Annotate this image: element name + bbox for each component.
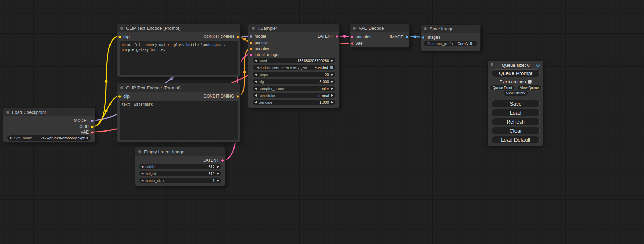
slot-dot-latent-image[interactable]	[249, 53, 253, 56]
node-status-dot	[120, 86, 123, 89]
widget-cfg[interactable]: ◀ cfg 8.000 ▶	[253, 79, 335, 84]
clear-button[interactable]: Clear	[492, 127, 540, 134]
node-title-bar[interactable]: Empty Latent Image	[135, 147, 225, 156]
slot-dot-vae[interactable]	[351, 42, 354, 45]
slot-dot-samples[interactable]	[351, 36, 354, 39]
input-slot-images: images	[422, 35, 440, 40]
increment-arrow-icon[interactable]: ▶	[87, 137, 89, 139]
node-title-bar[interactable]: Save Image	[421, 25, 480, 33]
menu-drag-handle-icon[interactable]: ⠿	[491, 63, 494, 67]
increment-arrow-icon[interactable]: ▶	[331, 94, 333, 97]
widget-ckpt-name[interactable]: ◀ ckpt_name v1-5-pruned-emaonly.ckpt ▶	[7, 135, 91, 141]
slot-dot-conditioning[interactable]	[236, 35, 239, 38]
increment-arrow-icon[interactable]: ▶	[217, 172, 219, 175]
toggle-knob[interactable]	[330, 66, 333, 69]
save-button[interactable]: Save	[492, 100, 540, 107]
increment-arrow-icon[interactable]: ▶	[331, 80, 333, 83]
widget-random-seed-toggle[interactable]: Random seed after every gen enabled	[253, 65, 335, 70]
increment-arrow-icon[interactable]: ▶	[331, 59, 333, 62]
widget-scheduler[interactable]: ◀ scheduler normal ▶	[253, 93, 335, 98]
output-slot-latent: LATENT	[318, 34, 338, 39]
slot-dot-positive[interactable]	[249, 41, 253, 44]
node-save-image[interactable]: Save Image images filename_prefix ComfyU…	[420, 24, 481, 51]
view-queue-button[interactable]: View Queue	[517, 85, 542, 90]
increment-arrow-icon[interactable]: ▶	[331, 87, 333, 90]
node-empty-latent-image[interactable]: Empty Latent Image LATENT ◀ width 512 ▶ …	[135, 147, 226, 186]
refresh-button[interactable]: Refresh	[492, 118, 540, 125]
slot-dot-clip[interactable]	[118, 95, 121, 98]
link-midpoint-dot[interactable]	[414, 36, 416, 38]
slot-dot-negative[interactable]	[249, 47, 253, 51]
node-clip-text-encode-positive[interactable]: CLIP Text Encode (Prompt) clip CONDITION…	[117, 24, 241, 77]
node-title-bar[interactable]: VAE Decode	[350, 24, 409, 32]
decrement-arrow-icon[interactable]: ◀	[141, 165, 143, 168]
slot-dot-model[interactable]	[249, 35, 253, 38]
view-history-button[interactable]: View History	[503, 91, 528, 96]
node-canvas[interactable]: { "canvas": {"width": 1859, "height": 70…	[0, 0, 644, 244]
widget-denoise[interactable]: ◀ denoise 1.000 ▶	[253, 100, 335, 105]
extra-options-checkbox[interactable]	[528, 80, 532, 84]
slot-label: LATENT	[318, 34, 333, 39]
queue-prompt-button[interactable]: Queue Prompt	[492, 69, 540, 77]
slot-dot-latent[interactable]	[335, 35, 338, 38]
widget-value: 156680208700286	[297, 58, 329, 63]
widget-sampler-name[interactable]: ◀ sampler_name euler ▶	[253, 86, 335, 91]
link-midpoint-dot[interactable]	[243, 38, 246, 41]
widget-steps[interactable]: ◀ steps 20 ▶	[253, 72, 335, 77]
settings-gear-icon[interactable]: ⚙	[536, 62, 540, 69]
slot-dot-images[interactable]	[422, 36, 425, 39]
decrement-arrow-icon[interactable]: ◀	[255, 73, 257, 76]
widget-filename-prefix[interactable]: filename_prefix ComfyUI	[424, 41, 477, 46]
link-midpoint-dot[interactable]	[170, 77, 173, 80]
slot-dot-conditioning[interactable]	[236, 95, 239, 98]
increment-arrow-icon[interactable]: ▶	[331, 73, 333, 76]
node-load-checkpoint[interactable]: Load Checkpoint MODEL CLIP VAE ◀ ckpt_na…	[3, 108, 95, 143]
node-title-bar[interactable]: KSampler	[248, 24, 339, 32]
link-midpoint-dot[interactable]	[343, 35, 346, 38]
decrement-arrow-icon[interactable]: ◀	[141, 179, 143, 182]
node-title-bar[interactable]: CLIP Text Encode (Prompt)	[117, 83, 240, 92]
widget-width[interactable]: ◀ width 512 ▶	[139, 164, 221, 169]
slot-dot-image[interactable]	[405, 36, 408, 39]
widget-label: ckpt_name	[14, 136, 32, 140]
slot-dot-model[interactable]	[91, 119, 94, 123]
widget-batch-size[interactable]: ◀ batch_size 1 ▶	[139, 178, 221, 183]
prompt-textarea[interactable]: beautiful scenery nature glass bottle la…	[120, 41, 238, 75]
decrement-arrow-icon[interactable]: ◀	[9, 137, 11, 139]
slot-dot-vae[interactable]	[91, 131, 94, 134]
slot-dot-clip[interactable]	[91, 125, 94, 128]
decrement-arrow-icon[interactable]: ◀	[255, 80, 257, 83]
node-title-bar[interactable]: CLIP Text Encode (Prompt)	[117, 24, 240, 32]
increment-arrow-icon[interactable]: ▶	[331, 101, 333, 104]
increment-arrow-icon[interactable]: ▶	[217, 179, 219, 182]
link-midpoint-dot[interactable]	[243, 71, 246, 74]
decrement-arrow-icon[interactable]: ◀	[255, 87, 257, 90]
slot-label: VAE	[81, 130, 89, 135]
node-clip-text-encode-negative[interactable]: CLIP Text Encode (Prompt) clip CONDITION…	[117, 83, 241, 143]
slot-label: MODEL	[74, 118, 89, 123]
slot-dot-latent[interactable]	[221, 159, 224, 162]
load-button[interactable]: Load	[492, 109, 540, 116]
node-vae-decode[interactable]: VAE Decode samples vae IMAGE	[349, 24, 410, 48]
widget-label: cfg	[259, 80, 264, 84]
widget-seed[interactable]: ◀ seed 156680208700286 ▶	[253, 58, 335, 63]
node-status-dot	[138, 150, 141, 153]
node-status-dot	[120, 27, 123, 30]
comfy-menu-panel[interactable]: ⠿ Queue size: 0 ⚙ Queue Prompt Extra opt…	[488, 61, 543, 146]
widget-value: euler	[320, 87, 329, 91]
node-status-dot	[252, 27, 255, 30]
slot-dot-clip[interactable]	[118, 35, 121, 38]
decrement-arrow-icon[interactable]: ◀	[255, 101, 257, 104]
increment-arrow-icon[interactable]: ▶	[217, 165, 219, 168]
node-title-bar[interactable]: Load Checkpoint	[3, 108, 95, 116]
decrement-arrow-icon[interactable]: ◀	[141, 172, 143, 175]
prompt-textarea[interactable]: text, watermark	[120, 101, 238, 140]
link-midpoint-dot[interactable]	[105, 110, 108, 112]
node-ksampler[interactable]: KSampler model positive negative latent_…	[248, 24, 340, 108]
link-midpoint-dot[interactable]	[105, 80, 108, 83]
queue-front-button[interactable]: Queue Front	[489, 85, 515, 90]
decrement-arrow-icon[interactable]: ◀	[255, 59, 257, 62]
widget-height[interactable]: ◀ height 512 ▶	[139, 171, 221, 176]
decrement-arrow-icon[interactable]: ◀	[255, 94, 257, 97]
load-default-button[interactable]: Load Default	[492, 136, 540, 143]
